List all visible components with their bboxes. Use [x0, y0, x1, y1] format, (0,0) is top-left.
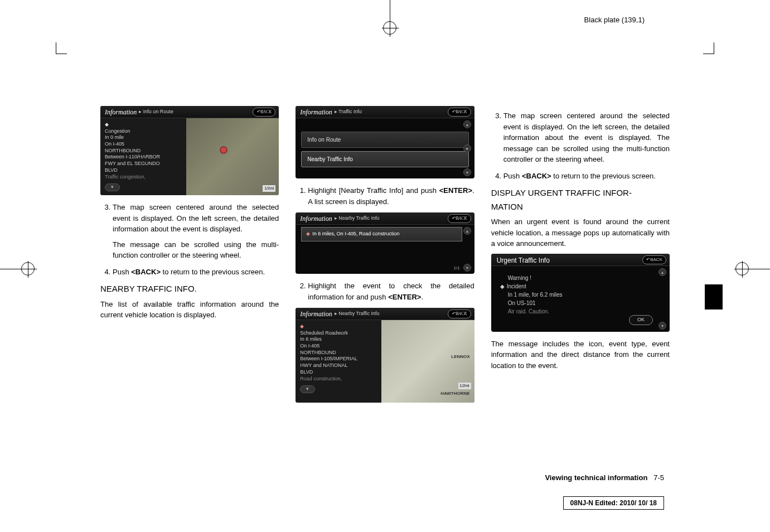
ss3-title: Information — [300, 214, 332, 224]
ss1-line2: In 0 mile — [105, 134, 124, 140]
ss1-line5: Between I-110/HARBOR — [105, 154, 160, 159]
col1-step4: Push <BACK> to return to the previous sc… — [113, 267, 279, 278]
ss3-row-text: In 6 miles, On I-405, Road construction — [312, 231, 399, 236]
ss4-subtitle: ▸ Nearby Traffic Info — [335, 310, 380, 318]
ss3-subtitle: ▸ Nearby Traffic Info — [335, 215, 380, 223]
roadwork-icon: ◆ — [300, 323, 304, 329]
scroll-down-icon[interactable]: ▾ — [658, 322, 666, 330]
ss4-line6: HWY and NATIONAL — [300, 362, 347, 368]
ss5-title-text: Urgent Traffic Info — [497, 257, 550, 264]
ss1-title: Information — [105, 107, 137, 117]
col1-step3b-text: The message can be scrolled using the mu… — [113, 239, 279, 261]
map-event-marker — [220, 146, 227, 154]
col2-steps-2: Highlight the event to check the detaile… — [296, 280, 474, 302]
back-button[interactable]: ↶BACK — [448, 214, 471, 223]
ss4-line7: BLVD — [300, 369, 313, 375]
ss4-map: LENNOX HAWTHORNE 1/2mi — [381, 320, 474, 403]
col2-step2b: <ENTER> — [388, 293, 421, 301]
col1-step4c: to return to the previous screen. — [161, 268, 265, 276]
scroll-down-button[interactable]: ▾ — [300, 385, 315, 393]
ss5-l5: Air raid. Caution. — [508, 307, 663, 316]
col2-step2c: . — [421, 293, 423, 301]
scroll-mid-icon[interactable]: ● — [463, 144, 471, 152]
ss5-l4: On US-101 — [508, 299, 663, 307]
scroll-up-icon[interactable]: ▴ — [463, 120, 471, 128]
ss2-subtitle: ▸ Traffic Info — [335, 108, 362, 116]
back-button[interactable]: ↶BACK — [448, 309, 471, 318]
ss4-line5: Between I-105/IMPERIAL — [300, 356, 357, 361]
screenshot-info-on-route: Information ▸ Info on Route ↶BACK ◆ Cong… — [100, 106, 279, 195]
ss4-line3: On I-405 — [300, 343, 319, 349]
map-scale: 1/2mi — [263, 185, 275, 192]
col3-steps: The map screen centered around the selec… — [491, 110, 670, 181]
corner-mark-tr — [703, 42, 714, 54]
ss1-info-panel: ◆ Congestion In 0 mile On I-405 NORTHBOU… — [100, 106, 186, 195]
col3-step4: Push <BACK> to return to the previous sc… — [503, 171, 670, 182]
scroll-up-icon[interactable]: ▴ — [463, 227, 471, 235]
ss4-title: Information — [300, 309, 332, 319]
scroll-down-icon[interactable]: ▾ — [463, 168, 471, 176]
page-content: Information ▸ Info on Route ↶BACK ◆ Cong… — [100, 106, 670, 409]
ss1-subtitle: ▸ Info on Route — [139, 108, 173, 116]
ok-button[interactable]: OK — [629, 315, 653, 325]
back-button[interactable]: ↶BACK — [448, 108, 471, 117]
list-pager: 1/1 — [454, 265, 460, 272]
footer-section: Viewing technical information 7-5 — [545, 473, 664, 482]
list-item-roadwork[interactable]: ◆In 6 miles, On I-405, Road construction — [301, 227, 462, 241]
ss4-line8: Road construction, — [300, 376, 342, 381]
congestion-icon: ◆ — [105, 122, 109, 127]
urgent-heading-line2: MATION — [491, 201, 670, 214]
ss3-titlebar: Information ▸ Nearby Traffic Info ↶BACK — [296, 212, 474, 225]
map-city-lennox: LENNOX — [451, 354, 469, 360]
scroll-down-icon[interactable]: ▾ — [463, 264, 471, 272]
side-scroll: ▴ ▾ — [463, 227, 472, 272]
incident-icon: ◆ — [500, 283, 505, 289]
col3-step4a: Push — [503, 172, 522, 180]
footer-edit-box: 08NJ-N Edited: 2010/ 10/ 18 — [563, 496, 664, 510]
plate-label: Black plate (139,1) — [584, 16, 645, 24]
ss1-titlebar: Information ▸ Info on Route ↶BACK — [100, 106, 279, 118]
scroll-down-button[interactable]: ▾ — [105, 183, 120, 191]
screenshot-traffic-info-menu: Information ▸ Traffic Info ↶BACK Info on… — [296, 106, 474, 178]
ss4-titlebar: Information ▸ Nearby Traffic Info ↶BACK — [296, 308, 474, 320]
scroll-up-icon[interactable]: ▴ — [658, 268, 666, 276]
side-scroll: ▴ ● ▾ — [463, 120, 472, 176]
ss1-line8: Traffic congestion, — [105, 174, 146, 180]
col1-para: The list of available traffic informatio… — [100, 299, 279, 321]
col2-step2: Highlight the event to check the detaile… — [308, 280, 474, 302]
ss5-l1: Warning ! — [508, 274, 663, 282]
column-2: Information ▸ Traffic Info ↶BACK Info on… — [296, 106, 474, 409]
crop-mark-top-line — [390, 0, 390, 22]
back-button[interactable]: ↶BACK — [642, 255, 666, 264]
ss4-line2: In 6 miles — [300, 336, 322, 342]
col3-para: When an urgent event is found around the… — [491, 216, 670, 249]
col1-step3: The map screen centered around the selec… — [113, 202, 279, 261]
ss1-line4: NORTHBOUND — [105, 148, 141, 153]
crop-mark-top-circle — [383, 21, 396, 35]
ss1-map: 1/2mi — [186, 118, 279, 195]
col2-steps-1: Highlight [Nearby Traffic Info] and push… — [296, 185, 474, 207]
ss1-line7: BLVD — [105, 167, 118, 173]
menu-nearby-traffic[interactable]: Nearby Traffic Info — [301, 151, 468, 167]
corner-mark-tl — [56, 42, 67, 54]
menu-info-on-route[interactable]: Info on Route — [301, 132, 468, 148]
col2-step1b: <ENTER> — [439, 186, 472, 195]
ss5-l2-text: Incident — [507, 283, 526, 289]
nearby-traffic-heading: NEARBY TRAFFIC INFO. — [100, 283, 279, 296]
ss4-info-panel: ◆ Scheduled Roadwork In 6 miles On I-405… — [296, 308, 381, 403]
map-city-hawthorne: HAWTHORNE — [440, 390, 469, 397]
roadwork-icon: ◆ — [306, 231, 310, 236]
col3-para2: The message includes the icon, event typ… — [491, 338, 670, 371]
col2-step1a: Highlight [Nearby Traffic Info] and push — [308, 186, 439, 195]
col1-step4b: <BACK> — [131, 268, 161, 276]
crop-mark-left-line — [0, 269, 22, 269]
ss2-titlebar: Information ▸ Traffic Info ↶BACK — [296, 106, 474, 118]
crop-mark-left-circle — [21, 262, 35, 275]
col3-step4b: <BACK> — [522, 172, 551, 180]
side-scroll: ▴ ▾ — [658, 268, 667, 330]
ss4-line4: NORTHBOUND — [300, 350, 336, 355]
ss1-line1: Congestion — [105, 128, 130, 134]
crop-mark-right-line — [748, 269, 770, 269]
back-button[interactable]: ↶BACK — [253, 108, 275, 117]
col3-step4c: to return to the previous screen. — [551, 172, 656, 180]
